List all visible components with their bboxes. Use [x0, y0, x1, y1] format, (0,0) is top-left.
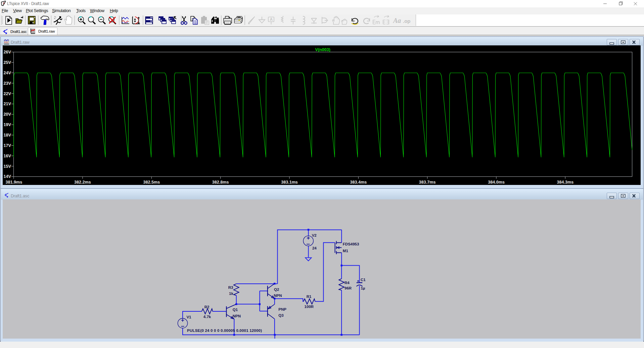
svg-text:382.5ms: 382.5ms	[143, 180, 160, 185]
svg-text:A: A	[270, 17, 273, 22]
svg-text:.op: .op	[403, 18, 411, 24]
svg-text:382.2ms: 382.2ms	[74, 180, 91, 185]
svg-text:4.7k: 4.7k	[203, 315, 211, 319]
svg-text:17V: 17V	[4, 143, 11, 148]
svg-text:96R: 96R	[344, 286, 352, 290]
svg-text:V1: V1	[186, 315, 191, 319]
svg-text:15V: 15V	[4, 164, 11, 169]
svg-text:FDS4953: FDS4953	[343, 242, 359, 246]
svg-text:381.9ms: 381.9ms	[6, 180, 22, 185]
svg-text:14V: 14V	[4, 174, 11, 179]
svg-text:19V: 19V	[4, 122, 11, 127]
svg-text:NPN: NPN	[274, 294, 282, 298]
svg-text:R4: R4	[344, 281, 350, 285]
svg-text:382.8ms: 382.8ms	[212, 180, 229, 185]
svg-text:V2: V2	[312, 233, 317, 237]
svg-text:PULSE(0 24 0 0 0 0.00005 0.000: PULSE(0 24 0 0 0 0.00005 0.0001 12000)	[187, 328, 262, 333]
svg-text:R2: R2	[204, 305, 210, 309]
svg-text:22V: 22V	[4, 91, 11, 96]
svg-text:16V: 16V	[4, 154, 11, 158]
svg-text:21V: 21V	[4, 102, 11, 106]
svg-text:PNP: PNP	[278, 307, 286, 311]
svg-text:383.7ms: 383.7ms	[419, 180, 436, 185]
svg-text:C1: C1	[361, 278, 366, 282]
svg-text:R3: R3	[228, 285, 233, 289]
svg-text:384.3ms: 384.3ms	[557, 180, 574, 185]
svg-text:Q1: Q1	[233, 308, 238, 312]
svg-text:26V: 26V	[4, 50, 11, 54]
svg-text:24: 24	[312, 246, 317, 250]
svg-text:NPN: NPN	[233, 314, 241, 318]
svg-text:V(n003): V(n003)	[315, 47, 331, 52]
svg-text:1µ: 1µ	[361, 286, 365, 290]
svg-text:23V: 23V	[4, 81, 11, 86]
svg-text:383.1ms: 383.1ms	[281, 180, 298, 185]
svg-text:18V: 18V	[4, 133, 11, 138]
svg-text:R1: R1	[307, 295, 312, 299]
svg-text:Q3: Q3	[278, 313, 283, 317]
svg-text:Aa: Aa	[393, 17, 401, 24]
svg-text:24V: 24V	[4, 71, 11, 75]
svg-text:383.4ms: 383.4ms	[350, 180, 367, 185]
svg-text:25V: 25V	[4, 60, 11, 65]
svg-text:20V: 20V	[4, 112, 11, 117]
svg-text:384.0ms: 384.0ms	[488, 180, 505, 185]
svg-text:1k: 1k	[229, 292, 233, 296]
svg-text:Q2: Q2	[274, 287, 279, 292]
svg-text:M1: M1	[343, 249, 349, 253]
svg-text:100R: 100R	[305, 305, 314, 309]
